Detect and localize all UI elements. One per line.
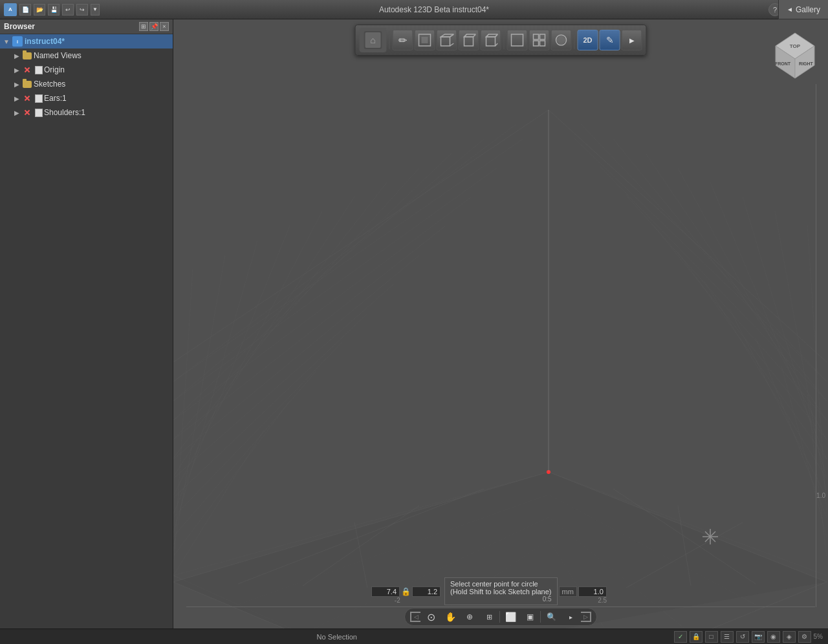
nav-zoom-plus-btn[interactable]: 🔍 bbox=[542, 610, 560, 624]
root-label: instruct04* bbox=[25, 37, 65, 46]
coord-bar: 🔒 Select center point for circle (Hold S… bbox=[371, 577, 607, 605]
status-text: No Selection bbox=[5, 633, 669, 641]
sketches-label: Sketches bbox=[34, 80, 65, 89]
bottom-nav-bar: ◁ ⊙ ✋ ⊕ ⊞ ⬜ ▣ 🔍 ▸ ▷ bbox=[404, 608, 597, 626]
shoulders-redx-icon bbox=[23, 108, 32, 117]
viewport-toolbar: ⌂ ✏ bbox=[355, 25, 647, 56]
shoulders-item[interactable]: ▶ Shoulders:1 bbox=[0, 105, 173, 120]
nav-sep2 bbox=[540, 611, 541, 623]
named-views-item[interactable]: ▶ Named Views bbox=[0, 48, 173, 63]
toolbar-sep-1 bbox=[389, 31, 390, 49]
nav-sep bbox=[499, 611, 500, 623]
nav-orbit-btn[interactable]: ⊙ bbox=[422, 610, 440, 624]
tree-root-item[interactable]: ▼ i instruct04* bbox=[0, 34, 173, 48]
svg-text:FRONT: FRONT bbox=[775, 61, 791, 66]
nav-border-right: ▷ bbox=[581, 612, 591, 622]
origin-item[interactable]: ▶ Origin bbox=[0, 63, 173, 77]
toolbar-sep-2 bbox=[504, 31, 505, 49]
status-grid-icon[interactable]: ◈ bbox=[783, 631, 796, 643]
tree-arrow-named-views: ▶ bbox=[13, 52, 21, 59]
svg-rect-95 bbox=[540, 41, 545, 46]
viewport-grid bbox=[173, 19, 828, 628]
coord-y-input[interactable] bbox=[412, 586, 441, 597]
origin-label: Origin bbox=[44, 65, 65, 74]
svg-rect-93 bbox=[540, 34, 545, 39]
ears-redx-icon bbox=[23, 94, 32, 103]
toolbar-cube-view4-btn[interactable] bbox=[481, 30, 501, 50]
ears-item[interactable]: ▶ Ears:1 bbox=[0, 91, 173, 105]
toolbar-multi-view-btn[interactable] bbox=[529, 30, 550, 50]
toolbar-cube-view3-btn[interactable] bbox=[459, 30, 479, 50]
nav-pan-btn[interactable]: ✋ bbox=[441, 610, 459, 624]
toolbar-sep-3 bbox=[574, 31, 575, 49]
status-list-icon[interactable]: ☰ bbox=[721, 631, 734, 643]
nav-zoom-window-btn[interactable]: ⊕ bbox=[461, 610, 479, 624]
status-icons: ✓ 🔒 □ ☰ ↺ 📷 ◉ ◈ ⚙ 5% bbox=[674, 631, 823, 643]
svg-text:RIGHT: RIGHT bbox=[799, 61, 814, 66]
toolbar-cube-view1-btn[interactable] bbox=[415, 30, 435, 50]
browser-header: Browser ⊞ 📌 × bbox=[0, 19, 173, 34]
gallery-button[interactable]: ◄ Gallery bbox=[778, 0, 828, 19]
quick-access-new[interactable]: 📄 bbox=[19, 4, 31, 16]
folder-icon-named-views bbox=[23, 52, 32, 59]
browser-panel: Browser ⊞ 📌 × ▼ i instruct04* ▶ Named Vi… bbox=[0, 19, 173, 628]
nav-border-left: ◁ bbox=[410, 612, 420, 622]
status-gear-icon[interactable]: ⚙ bbox=[798, 631, 811, 643]
origin-doc-icon bbox=[35, 66, 43, 74]
toolbar-single-view-btn[interactable] bbox=[507, 30, 528, 50]
quick-access-undo[interactable]: ↩ bbox=[62, 4, 74, 16]
sketches-item[interactable]: ▶ Sketches bbox=[0, 77, 173, 91]
quick-access-open[interactable]: 📂 bbox=[34, 4, 45, 16]
title-bar: A 📄 📂 💾 ↩ ↪ ▼ Autodesk 123D Beta instruc… bbox=[0, 0, 828, 19]
viewport[interactable]: ⌂ ✏ bbox=[173, 19, 828, 628]
quick-access-redo[interactable]: ↪ bbox=[76, 4, 88, 16]
svg-text:TOP: TOP bbox=[790, 43, 801, 49]
nav-zoom-extent-btn[interactable]: ⊞ bbox=[480, 610, 498, 624]
named-views-label: Named Views bbox=[34, 51, 82, 60]
status-bar: No Selection ✓ 🔒 □ ☰ ↺ 📷 ◉ ◈ ⚙ 5% bbox=[0, 628, 828, 644]
toolbar-more-btn[interactable]: ▶ bbox=[622, 30, 642, 50]
status-camera-icon[interactable]: 📷 bbox=[752, 631, 765, 643]
toolbar-2d-toggle-btn[interactable]: 2D bbox=[578, 30, 598, 50]
quick-access-save[interactable]: 💾 bbox=[48, 4, 60, 16]
tree-arrow-origin: ▶ bbox=[13, 66, 21, 74]
browser-pin-btn[interactable]: 📌 bbox=[149, 22, 158, 31]
ruler-right: 1.0 bbox=[816, 492, 825, 499]
status-refresh-icon[interactable]: ↺ bbox=[736, 631, 749, 643]
root-file-icon: i bbox=[12, 36, 23, 47]
browser-close-btn[interactable]: × bbox=[160, 22, 169, 31]
coord-lock-icon[interactable]: 🔒 bbox=[401, 587, 411, 596]
nav-panel-btn[interactable]: ▣ bbox=[521, 610, 539, 624]
coord-z-input[interactable] bbox=[578, 586, 607, 597]
toolbar-pen-btn[interactable]: ✏ bbox=[393, 30, 413, 50]
origin-redx-icon bbox=[23, 65, 32, 74]
coord-x-input[interactable] bbox=[371, 586, 400, 597]
status-box-icon[interactable]: □ bbox=[705, 631, 718, 643]
title-left: A 📄 📂 💾 ↩ ↪ ▼ bbox=[4, 3, 100, 16]
viewcube[interactable]: TOP FRONT RIGHT bbox=[766, 30, 818, 81]
svg-rect-94 bbox=[534, 41, 539, 46]
svg-line-82 bbox=[450, 43, 454, 46]
folder-icon-sketches bbox=[23, 81, 32, 88]
nav-more-btn[interactable]: ▸ bbox=[561, 610, 580, 624]
status-percent: 5% bbox=[814, 633, 823, 640]
toolbar-home-btn[interactable]: ⌂ bbox=[360, 28, 387, 52]
status-lock-icon[interactable]: 🔒 bbox=[690, 631, 703, 643]
quick-access-dropdown[interactable]: ▼ bbox=[91, 4, 100, 16]
status-check-icon[interactable]: ✓ bbox=[674, 631, 687, 643]
ruler-line-v bbox=[816, 84, 816, 607]
svg-rect-92 bbox=[534, 34, 539, 39]
tree-arrow-sketches: ▶ bbox=[13, 80, 21, 88]
shoulders-label: Shoulders:1 bbox=[44, 108, 85, 117]
toolbar-display-btn[interactable] bbox=[551, 30, 572, 50]
toolbar-sketch-mode-btn[interactable]: ✎ bbox=[600, 30, 620, 50]
hint-box-inline: Select center point for circle (Hold Shi… bbox=[444, 577, 558, 605]
toolbar-cube-view2-btn[interactable] bbox=[437, 30, 457, 50]
app-title: Autodesk 123D Beta instruct04* bbox=[100, 5, 768, 14]
svg-rect-78 bbox=[422, 37, 428, 43]
status-circle-icon[interactable]: ◉ bbox=[767, 631, 780, 643]
svg-rect-91 bbox=[512, 34, 523, 46]
nav-box-select-btn[interactable]: ⬜ bbox=[501, 610, 519, 624]
tree-arrow-root: ▼ bbox=[3, 38, 10, 45]
browser-grid-btn[interactable]: ⊞ bbox=[139, 22, 148, 31]
